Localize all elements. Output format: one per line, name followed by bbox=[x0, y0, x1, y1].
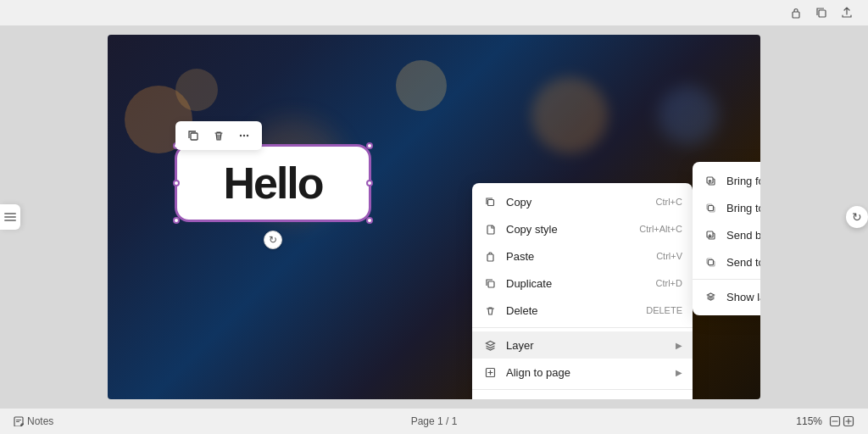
left-panel-tab[interactable] bbox=[0, 204, 20, 230]
show-layers-icon bbox=[703, 289, 718, 304]
delete-button[interactable] bbox=[208, 125, 230, 147]
menu-item-copy-style[interactable]: Copy style Ctrl+Alt+C bbox=[472, 215, 693, 242]
svg-rect-1 bbox=[819, 10, 826, 17]
delete-label: Delete bbox=[506, 304, 629, 317]
handle-top-right[interactable] bbox=[366, 142, 373, 149]
notes-icon bbox=[14, 416, 24, 426]
layer-menu-icon bbox=[482, 337, 498, 353]
send-to-back-label: Send to back bbox=[726, 256, 760, 269]
menu-divider-1 bbox=[472, 327, 693, 328]
bring-forward-icon bbox=[703, 173, 718, 188]
paste-shortcut: Ctrl+V bbox=[656, 251, 682, 261]
submenu-item-bring-forward[interactable]: Bring forward Ctrl+] bbox=[693, 167, 760, 194]
svg-rect-0 bbox=[793, 12, 799, 18]
tab-line-1 bbox=[4, 213, 16, 214]
send-backward-icon bbox=[703, 227, 718, 242]
copy-icon[interactable] bbox=[814, 5, 829, 20]
svg-rect-18 bbox=[708, 259, 713, 264]
notes-label: Notes bbox=[27, 415, 53, 427]
align-label: Align to page bbox=[506, 366, 669, 379]
menu-item-comment[interactable]: Comment Ctrl+Alt+N bbox=[472, 393, 693, 399]
rotate-handle[interactable]: ↻ bbox=[264, 231, 282, 249]
svg-point-3 bbox=[240, 135, 242, 136]
canvas-area: Hello ↻ Copy Ctrl+C bbox=[0, 25, 868, 409]
design-canvas: Hello ↻ Copy Ctrl+C bbox=[108, 35, 760, 399]
layer-arrow-icon: ▶ bbox=[676, 341, 682, 350]
bring-to-front-icon bbox=[703, 200, 718, 215]
svg-rect-8 bbox=[488, 281, 494, 287]
submenu-item-send-to-back[interactable]: Send to back Ctrl+Alt+[ bbox=[693, 248, 760, 275]
menu-divider-2 bbox=[472, 389, 693, 390]
zoom-level[interactable]: 115% bbox=[796, 415, 822, 427]
copy-style-label: Copy style bbox=[506, 223, 622, 236]
hello-text: Hello bbox=[223, 158, 322, 209]
hello-element[interactable]: Hello ↻ bbox=[175, 145, 370, 221]
copy-style-menu-icon bbox=[482, 221, 498, 236]
show-layers-label: Show layers bbox=[726, 291, 760, 303]
more-button[interactable] bbox=[233, 125, 255, 147]
lock-icon[interactable] bbox=[788, 5, 804, 20]
menu-item-duplicate[interactable]: Duplicate Ctrl+D bbox=[472, 270, 693, 297]
svg-rect-2 bbox=[191, 133, 198, 140]
duplicate-shortcut: Ctrl+D bbox=[656, 278, 682, 288]
delete-menu-icon bbox=[482, 303, 498, 318]
menu-item-layer[interactable]: Layer ▶ Bring forward bbox=[472, 331, 693, 359]
zoom-in-icon[interactable] bbox=[843, 415, 854, 427]
submenu-divider bbox=[693, 279, 760, 280]
delete-shortcut: DELETE bbox=[646, 305, 682, 315]
layer-label: Layer bbox=[506, 339, 669, 352]
submenu-item-bring-to-front[interactable]: Bring to front Ctrl+Alt+] bbox=[693, 194, 760, 221]
element-toolbar bbox=[175, 121, 262, 150]
bring-forward-label: Bring forward bbox=[726, 175, 760, 187]
menu-item-copy[interactable]: Copy Ctrl+C bbox=[472, 188, 693, 215]
svg-point-4 bbox=[243, 135, 245, 136]
svg-rect-7 bbox=[487, 254, 493, 261]
send-backward-label: Send backward bbox=[726, 229, 760, 242]
top-bar bbox=[0, 0, 868, 25]
bottom-bar: Notes Page 1 / 1 115% bbox=[0, 409, 868, 434]
handle-bottom-left[interactable] bbox=[173, 217, 180, 224]
page-info-text: Page 1 / 1 bbox=[411, 415, 458, 427]
export-icon[interactable] bbox=[839, 5, 854, 20]
copy-menu-icon bbox=[482, 194, 498, 209]
handle-bottom-right[interactable] bbox=[366, 217, 373, 224]
menu-item-align[interactable]: Align to page ▶ bbox=[472, 359, 693, 386]
layer-submenu: Bring forward Ctrl+] Bring to front bbox=[693, 162, 760, 315]
handle-middle-left[interactable] bbox=[173, 180, 180, 186]
submenu-item-send-backward[interactable]: Send backward Ctrl+[ bbox=[693, 221, 760, 248]
tab-line-2 bbox=[4, 216, 16, 218]
duplicate-button[interactable] bbox=[182, 125, 204, 147]
zoom-out-icon[interactable] bbox=[829, 415, 841, 427]
notes-tab[interactable]: Notes bbox=[14, 415, 53, 427]
align-menu-icon bbox=[482, 364, 498, 380]
tab-line-3 bbox=[4, 220, 16, 221]
paste-label: Paste bbox=[506, 250, 639, 263]
right-panel-tab[interactable]: ↻ bbox=[846, 206, 868, 228]
duplicate-label: Duplicate bbox=[506, 277, 639, 290]
svg-rect-6 bbox=[487, 199, 493, 205]
svg-point-5 bbox=[247, 135, 248, 136]
submenu-item-show-layers[interactable]: Show layers bbox=[693, 283, 760, 310]
bottom-bar-right: 115% bbox=[796, 415, 854, 427]
align-arrow-icon: ▶ bbox=[676, 368, 682, 377]
copy-shortcut: Ctrl+C bbox=[656, 197, 682, 207]
copy-style-shortcut: Ctrl+Alt+C bbox=[639, 224, 682, 234]
svg-rect-13 bbox=[708, 205, 713, 210]
bring-to-front-label: Bring to front bbox=[726, 202, 760, 214]
menu-item-delete[interactable]: Delete DELETE bbox=[472, 297, 693, 324]
paste-menu-icon bbox=[482, 248, 498, 264]
duplicate-menu-icon bbox=[482, 275, 498, 291]
copy-label: Copy bbox=[506, 196, 639, 209]
page-info: Page 1 / 1 bbox=[411, 415, 458, 427]
handle-middle-right[interactable] bbox=[366, 180, 373, 186]
zoom-controls[interactable] bbox=[829, 415, 854, 427]
menu-item-paste[interactable]: Paste Ctrl+V bbox=[472, 242, 693, 270]
send-to-back-icon bbox=[703, 254, 718, 270]
context-menu: Copy Ctrl+C Copy style Ctrl+Alt+C bbox=[472, 183, 693, 399]
